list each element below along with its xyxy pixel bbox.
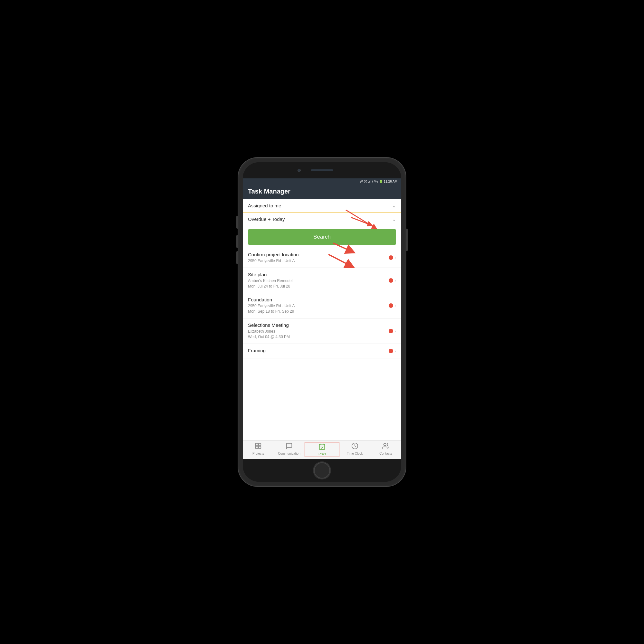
nav-projects[interactable]: Projects [243, 442, 274, 457]
filter-assigned-label: Assigned to me [248, 203, 281, 208]
projects-icon [255, 442, 262, 451]
nav-contacts[interactable]: Contacts [370, 442, 401, 457]
svg-rect-4 [256, 443, 258, 446]
task-right: › [389, 303, 396, 308]
svg-rect-8 [319, 444, 325, 450]
filter-assigned[interactable]: Assigned to me ⌄ [243, 199, 401, 213]
communication-icon [286, 442, 293, 451]
overdue-dot [389, 349, 393, 353]
task-list: Confirm project location 2950 Earlysvill… [243, 248, 401, 440]
nav-projects-label: Projects [252, 452, 264, 455]
task-right: › [389, 328, 396, 334]
task-subtitle: Amber's Kitchen RemodelMon, Jul 24 to Fr… [248, 278, 389, 289]
nav-tasks[interactable]: Tasks [305, 442, 339, 457]
signal-icon: .ıl [368, 180, 371, 183]
task-item[interactable]: Framing › [243, 344, 401, 358]
bluetooth-icon: ☍ [360, 180, 363, 183]
task-info: Foundation 2950 Earlysville Rd - Unit AM… [248, 297, 389, 314]
battery-icon: 🔋 [379, 180, 383, 183]
wifi-icon: ⌘ [364, 180, 367, 183]
app-header: Task Manager [243, 185, 401, 199]
overdue-dot [389, 278, 393, 283]
chevron-right-icon: › [394, 255, 396, 260]
overdue-dot [389, 255, 393, 260]
overdue-dot [389, 329, 393, 333]
camera [298, 169, 301, 172]
task-right: › [389, 348, 396, 354]
task-title: Confirm project location [248, 252, 389, 257]
home-button[interactable] [314, 462, 330, 478]
task-info: Selections Meeting Elizabeth JonesWed, O… [248, 322, 389, 340]
bottom-nav: Projects Communication [243, 440, 401, 459]
time-display: 11:26 AM [384, 180, 397, 183]
app-title: Task Manager [248, 188, 290, 195]
task-subtitle: Elizabeth JonesWed, Oct 04 @ 4:30 PM [248, 329, 389, 340]
task-item[interactable]: Confirm project location 2950 Earlysvill… [243, 248, 401, 268]
filter-timeframe-label: Overdue + Today [248, 216, 285, 222]
status-icons: ☍ ⌘ .ıl 77% 🔋 11:26 AM [360, 180, 397, 183]
svg-rect-7 [259, 446, 261, 449]
overdue-dot [389, 303, 393, 308]
task-info: Framing [248, 348, 389, 354]
svg-rect-5 [259, 443, 261, 446]
phone-top-bar [243, 162, 401, 178]
task-right: › [389, 255, 396, 260]
nav-timeclock-label: Time Clock [347, 452, 363, 455]
task-item[interactable]: Selections Meeting Elizabeth JonesWed, O… [243, 318, 401, 344]
task-title: Foundation [248, 297, 389, 302]
search-area: Search [243, 226, 401, 248]
nav-communication-label: Communication [278, 452, 300, 455]
nav-communication[interactable]: Communication [274, 442, 305, 457]
task-item[interactable]: Site plan Amber's Kitchen RemodelMon, Ju… [243, 268, 401, 293]
speaker [311, 169, 333, 171]
nav-timeclock[interactable]: Time Clock [339, 442, 370, 457]
nav-contacts-label: Contacts [379, 452, 392, 455]
search-button[interactable]: Search [248, 229, 396, 245]
task-title: Site plan [248, 272, 389, 277]
svg-rect-6 [256, 446, 258, 449]
task-right: › [389, 278, 396, 283]
chevron-timeframe-icon: ⌄ [392, 217, 396, 222]
screen: ☍ ⌘ .ıl 77% 🔋 11:26 AM Task Manager Assi… [243, 178, 401, 459]
task-subtitle: 2950 Earlysville Rd - Unit A [248, 258, 389, 264]
task-info: Site plan Amber's Kitchen RemodelMon, Ju… [248, 272, 389, 289]
phone-bottom-bar [243, 459, 401, 482]
filter-timeframe[interactable]: Overdue + Today ⌄ [243, 213, 401, 226]
task-info: Confirm project location 2950 Earlysvill… [248, 252, 389, 264]
chevron-right-icon: › [394, 278, 396, 283]
status-bar: ☍ ⌘ .ıl 77% 🔋 11:26 AM [243, 178, 401, 185]
task-item[interactable]: Foundation 2950 Earlysville Rd - Unit AM… [243, 293, 401, 318]
chevron-right-icon: › [394, 348, 396, 354]
filter-area: Assigned to me ⌄ Overdue + Today ⌄ [243, 199, 401, 226]
timeclock-icon [351, 442, 358, 451]
chevron-assigned-icon: ⌄ [392, 203, 396, 208]
chevron-right-icon: › [394, 303, 396, 308]
chevron-right-icon: › [394, 328, 396, 334]
phone-device: ☍ ⌘ .ıl 77% 🔋 11:26 AM Task Manager Assi… [238, 158, 406, 486]
contacts-icon [382, 442, 389, 451]
nav-tasks-label: Tasks [318, 452, 326, 456]
task-subtitle: 2950 Earlysville Rd - Unit AMon, Sep 18 … [248, 303, 389, 314]
task-title: Framing [248, 348, 389, 353]
task-title: Selections Meeting [248, 322, 389, 328]
svg-point-13 [384, 443, 386, 446]
tasks-icon [318, 443, 326, 452]
battery-percent: 77% [372, 180, 378, 183]
